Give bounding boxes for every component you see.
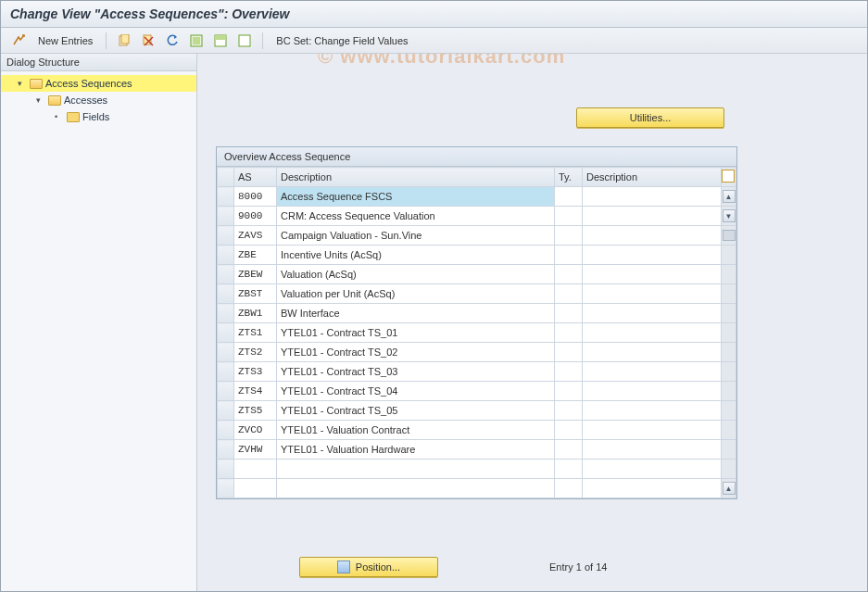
- cell-description2[interactable]: [583, 284, 722, 304]
- row-selector[interactable]: [218, 207, 234, 226]
- table-row[interactable]: ZTS4YTEL01 - Contract TS_04: [218, 382, 736, 401]
- row-selector[interactable]: [218, 226, 234, 246]
- row-selector[interactable]: [218, 382, 234, 401]
- cell-description2[interactable]: [583, 362, 722, 382]
- row-selector[interactable]: [218, 460, 234, 479]
- cell-description2[interactable]: [583, 304, 722, 323]
- cell-ty[interactable]: [555, 440, 583, 460]
- cell-ty[interactable]: [555, 362, 583, 382]
- cell-ty[interactable]: [555, 246, 583, 265]
- cell-as[interactable]: ZBW1: [234, 304, 277, 323]
- scroll-up-icon[interactable]: ▲: [723, 190, 736, 203]
- toggle-icon[interactable]: [8, 31, 29, 50]
- table-row[interactable]: ▲: [218, 479, 736, 498]
- scrollbar-track[interactable]: [722, 226, 736, 246]
- expand-icon[interactable]: ▾: [18, 79, 27, 88]
- cell-description2[interactable]: [583, 207, 722, 226]
- scrollbar-track[interactable]: ▲: [722, 479, 736, 498]
- row-selector[interactable]: [218, 304, 234, 323]
- table-row[interactable]: ZVCOYTEL01 - Valuation Contract: [218, 421, 736, 440]
- row-selector[interactable]: [218, 401, 234, 421]
- cell-description[interactable]: YTEL01 - Contract TS_02: [277, 343, 555, 362]
- cell-as[interactable]: ZVHW: [234, 440, 277, 460]
- table-row[interactable]: [218, 460, 736, 479]
- cell-description2[interactable]: [583, 479, 722, 498]
- scroll-thumb[interactable]: [723, 230, 736, 241]
- cell-description[interactable]: Incentive Units (AcSq): [277, 246, 555, 265]
- tree-node-fields[interactable]: • Fields: [1, 108, 196, 125]
- scrollbar-track[interactable]: ▲: [722, 187, 736, 207]
- scrollbar-track[interactable]: ▼: [722, 207, 736, 226]
- row-selector[interactable]: [218, 246, 234, 265]
- table-row[interactable]: ZTS1YTEL01 - Contract TS_01: [218, 323, 736, 343]
- cell-description[interactable]: YTEL01 - Contract TS_04: [277, 382, 555, 401]
- cell-ty[interactable]: [555, 187, 583, 207]
- cell-ty[interactable]: [555, 460, 583, 479]
- cell-as[interactable]: ZBST: [234, 284, 277, 304]
- col-header-as[interactable]: AS: [234, 168, 277, 187]
- cell-description[interactable]: YTEL01 - Valuation Contract: [277, 421, 555, 440]
- scroll-page-up-icon[interactable]: ▲: [723, 482, 736, 495]
- col-header-description2[interactable]: Description: [583, 168, 722, 187]
- new-entries-button[interactable]: New Entries: [32, 35, 98, 46]
- cell-ty[interactable]: [555, 304, 583, 323]
- cell-description2[interactable]: [583, 382, 722, 401]
- table-row[interactable]: ZAVSCampaign Valuation - Sun.Vine: [218, 226, 736, 246]
- table-row[interactable]: ZBEWValuation (AcSq): [218, 265, 736, 284]
- cell-description[interactable]: Valuation per Unit (AcSq): [277, 284, 555, 304]
- cell-as[interactable]: ZVCO: [234, 421, 277, 440]
- cell-as[interactable]: ZAVS: [234, 226, 277, 246]
- row-selector[interactable]: [218, 440, 234, 460]
- cell-ty[interactable]: [555, 479, 583, 498]
- bc-set-button[interactable]: BC Set: Change Field Values: [270, 35, 413, 46]
- cell-description[interactable]: Campaign Valuation - Sun.Vine: [277, 226, 555, 246]
- cell-as[interactable]: ZTS1: [234, 323, 277, 343]
- cell-ty[interactable]: [555, 265, 583, 284]
- cell-as[interactable]: [234, 479, 277, 498]
- cell-description[interactable]: YTEL01 - Contract TS_05: [277, 401, 555, 421]
- cell-description2[interactable]: [583, 440, 722, 460]
- table-row[interactable]: ZBEIncentive Units (AcSq): [218, 246, 736, 265]
- expand-icon[interactable]: ▾: [36, 95, 45, 105]
- delete-icon[interactable]: [138, 31, 158, 50]
- cell-description[interactable]: YTEL01 - Contract TS_01: [277, 323, 555, 343]
- utilities-button[interactable]: Utilities...: [576, 107, 724, 128]
- cell-as[interactable]: ZTS5: [234, 401, 277, 421]
- cell-ty[interactable]: [555, 207, 583, 226]
- cell-as[interactable]: [234, 460, 277, 479]
- row-selector[interactable]: [218, 343, 234, 362]
- deselect-all-icon[interactable]: [234, 31, 255, 50]
- cell-description[interactable]: YTEL01 - Valuation Hardware: [277, 440, 555, 460]
- table-row[interactable]: ZBW1BW Interface: [218, 304, 736, 323]
- row-selector[interactable]: [218, 265, 234, 284]
- cell-ty[interactable]: [555, 343, 583, 362]
- select-all-icon[interactable]: [186, 31, 207, 50]
- col-header-ty[interactable]: Ty.: [555, 168, 583, 187]
- undo-icon[interactable]: [162, 31, 182, 50]
- cell-description2[interactable]: [583, 265, 722, 284]
- cell-description[interactable]: [277, 479, 555, 498]
- table-row[interactable]: ZTS5YTEL01 - Contract TS_05: [218, 401, 736, 421]
- select-block-icon[interactable]: [210, 31, 231, 50]
- row-selector[interactable]: [218, 421, 234, 440]
- table-row[interactable]: 8000Access Sequence FSCS▲: [218, 187, 736, 207]
- row-selector[interactable]: [218, 479, 234, 498]
- scroll-down-icon[interactable]: ▼: [723, 209, 736, 222]
- row-selector[interactable]: [218, 284, 234, 304]
- cell-description[interactable]: Access Sequence FSCS: [277, 187, 555, 207]
- table-row[interactable]: ZVHWYTEL01 - Valuation Hardware: [218, 440, 736, 460]
- cell-description2[interactable]: [583, 187, 722, 207]
- cell-description[interactable]: CRM: Access Sequence Valuation: [277, 207, 555, 226]
- row-selector[interactable]: [218, 323, 234, 343]
- cell-as[interactable]: ZTS4: [234, 382, 277, 401]
- table-row[interactable]: ZBSTValuation per Unit (AcSq): [218, 284, 736, 304]
- cell-description2[interactable]: [583, 246, 722, 265]
- cell-ty[interactable]: [555, 382, 583, 401]
- cell-description[interactable]: Valuation (AcSq): [277, 265, 555, 284]
- cell-ty[interactable]: [555, 421, 583, 440]
- cell-ty[interactable]: [555, 284, 583, 304]
- cell-ty[interactable]: [555, 226, 583, 246]
- cell-description[interactable]: [277, 460, 555, 479]
- cell-ty[interactable]: [555, 323, 583, 343]
- cell-description2[interactable]: [583, 401, 722, 421]
